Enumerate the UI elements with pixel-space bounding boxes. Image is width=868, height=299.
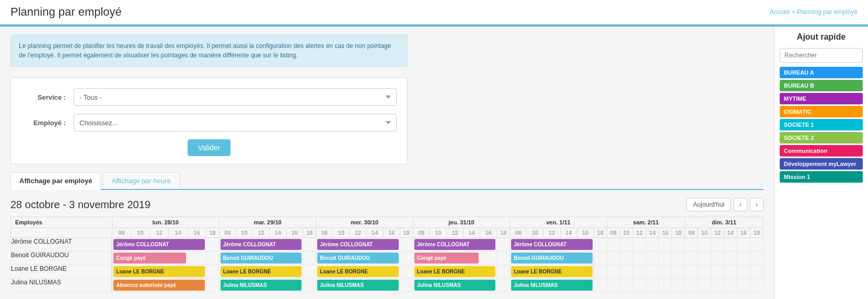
event-cell-3-0[interactable]: Absence autorisée payé	[112, 279, 206, 292]
h-3-1: 10	[430, 228, 446, 238]
service-label: Service :	[21, 93, 74, 101]
empty-cell-0-2-0	[400, 238, 413, 252]
empty-cell-3-4-0	[594, 279, 607, 292]
h-6-4: 16	[737, 228, 750, 238]
h-4-5: 18	[594, 228, 607, 238]
event-cell-3-1[interactable]: Julina NILUSMAS	[219, 279, 303, 292]
h-3-4: 16	[480, 228, 497, 238]
service-badge-communication[interactable]: Communication	[780, 145, 863, 157]
event-cell-2-4[interactable]: Loane LE BORGNE	[510, 265, 594, 279]
empty-cell-1-5-5	[672, 252, 685, 265]
employe-filter-row: Employé : Choisissez...	[21, 114, 397, 131]
day-headers-row: Employés lun. 28/10 mar. 29/10 mer. 30/1…	[11, 217, 763, 228]
validate-button[interactable]: Valider	[188, 139, 231, 156]
h-6-3: 14	[724, 228, 737, 238]
h-5-2: 12	[633, 228, 646, 238]
h-5-1: 10	[620, 228, 633, 238]
empty-cell-1-6-2	[711, 252, 724, 265]
empty-cell-0-6-3	[724, 238, 737, 252]
h-5-5: 18	[672, 228, 685, 238]
empty-cell-1-6-1	[698, 252, 711, 265]
empty-cell-0-5-1	[620, 238, 633, 252]
event-cell-2-0[interactable]: Loane LE BORGNE	[112, 265, 206, 279]
h-3-3: 14	[464, 228, 480, 238]
tab-par-heure[interactable]: Affichage par heure	[102, 172, 179, 189]
event-cell-0-0[interactable]: Jérôme COLLOGNAT	[112, 238, 206, 252]
h-1-2: 12	[253, 228, 270, 238]
empty-cell-1-4-0	[594, 252, 607, 265]
empty-cell-2-6-1	[698, 265, 711, 279]
event-cell-2-1[interactable]: Loane LE BORGNE	[219, 265, 303, 279]
empty-cell-0-5-4	[659, 238, 672, 252]
event-cell-3-3[interactable]: Julina NILUSMAS	[413, 279, 497, 292]
day-header-3: jeu. 31/10	[413, 217, 510, 228]
next-button[interactable]: ›	[750, 198, 763, 211]
service-badge-societe2[interactable]: SOCIETE 2	[780, 132, 863, 143]
employe-select[interactable]: Choisissez...	[74, 114, 397, 131]
h-1-4: 16	[286, 228, 303, 238]
employee-name-2: Loane LE BORGNE	[11, 265, 112, 279]
empty-cell-0-0-0	[206, 238, 219, 252]
employee-name-1: Benoit GUIRAUDOU	[11, 252, 112, 265]
service-badge-mytime[interactable]: MYTIME	[780, 93, 863, 104]
employee-name-0: Jérôme COLLOGNAT	[11, 238, 112, 252]
event-cell-3-2[interactable]: Julina NILUSMAS	[316, 279, 400, 292]
event-cell-1-1[interactable]: Benoit GUIRAUDOU	[219, 252, 303, 265]
event-cell-2-3[interactable]: Loane LE BORGNE	[413, 265, 497, 279]
service-badge-bureau-b[interactable]: BUREAU B	[780, 80, 863, 91]
empty-cell-0-6-1	[698, 238, 711, 252]
service-badge-mission1[interactable]: Mission 1	[780, 171, 863, 183]
event-cell-0-1[interactable]: Jérôme COLLOGNAT	[219, 238, 303, 252]
h-0-2: 12	[149, 228, 168, 238]
empty-cell-1-2-0	[400, 252, 413, 265]
sidebar-search[interactable]	[780, 48, 863, 63]
event-cell-0-3[interactable]: Jérôme COLLOGNAT	[413, 238, 497, 252]
empty-cell-2-0-0	[206, 265, 219, 279]
service-select[interactable]: - Tous -	[74, 88, 397, 106]
service-badge-developpement[interactable]: Développement myLawyer	[780, 158, 863, 170]
empty-cell-1-6-0	[685, 252, 698, 265]
h-5-4: 16	[659, 228, 672, 238]
event-cell-1-2[interactable]: Benoit GUIRAUDOU	[316, 252, 400, 265]
h-2-1: 10	[333, 228, 350, 238]
service-badge-bureau-a[interactable]: BUREAU A	[780, 67, 863, 78]
empty-cell-1-6-4	[737, 252, 750, 265]
top-bar: Planning par employé Accueil > Planning …	[0, 0, 868, 25]
service-badge-societe1[interactable]: SOCIETE 1	[780, 119, 863, 130]
event-cell-1-3[interactable]: Congé payé	[413, 252, 480, 265]
event-cell-3-4[interactable]: Julina NILUSMAS	[510, 279, 594, 292]
h-3-0: 08	[413, 228, 430, 238]
empty-cell-3-2-0	[400, 279, 413, 292]
empty-cell-3-0-0	[206, 279, 219, 292]
empty-cell-1-5-3	[646, 252, 659, 265]
empty-header	[11, 228, 112, 238]
day-header-5: sam. 2/11	[607, 217, 685, 228]
event-cell-0-2[interactable]: Jérôme COLLOGNAT	[316, 238, 400, 252]
service-badges-container: BUREAU ABUREAU BMYTIMEOSIMATICSOCIETE 1S…	[780, 67, 863, 183]
day-header-2: mer. 30/10	[316, 217, 413, 228]
empty-cell-3-5-2	[633, 279, 646, 292]
h-6-5: 18	[750, 228, 763, 238]
main-content: Le planning permet de planifier les heur…	[0, 27, 868, 299]
empty-cell-1-5-2	[633, 252, 646, 265]
calendar-header: 28 octobre - 3 novembre 2019 Aujourd'hui…	[10, 198, 763, 211]
event-cell-1-0[interactable]: Congé payé	[112, 252, 187, 265]
prev-button[interactable]: ‹	[734, 198, 747, 211]
empty-cell-2-6-5	[750, 265, 763, 279]
calendar-title: 28 octobre - 3 novembre 2019	[10, 199, 151, 211]
day-header-4: ven. 1/11	[510, 217, 607, 228]
service-badge-osimatic[interactable]: OSIMATIC	[780, 106, 863, 117]
today-button[interactable]: Aujourd'hui	[686, 198, 731, 211]
event-cell-0-4[interactable]: Jérôme COLLOGNAT	[510, 238, 594, 252]
empty-cell-0-6-2	[711, 238, 724, 252]
event-cell-2-2[interactable]: Loane LE BORGNE	[316, 265, 400, 279]
event-cell-1-4[interactable]: Benoit GUIRAUDOU	[510, 252, 594, 265]
empty-cell-2-1-0	[303, 265, 316, 279]
right-sidebar: Ajout rapide BUREAU ABUREAU BMYTIMEOSIMA…	[774, 27, 868, 299]
empty-cell-2-6-4	[737, 265, 750, 279]
h-1-5: 18	[303, 228, 316, 238]
empty-cell-3-6-1	[698, 279, 711, 292]
calendar-container: Employés lun. 28/10 mar. 29/10 mer. 30/1…	[10, 217, 763, 292]
tab-par-employe[interactable]: Affichage par employé	[10, 172, 101, 190]
h-0-4: 16	[187, 228, 206, 238]
